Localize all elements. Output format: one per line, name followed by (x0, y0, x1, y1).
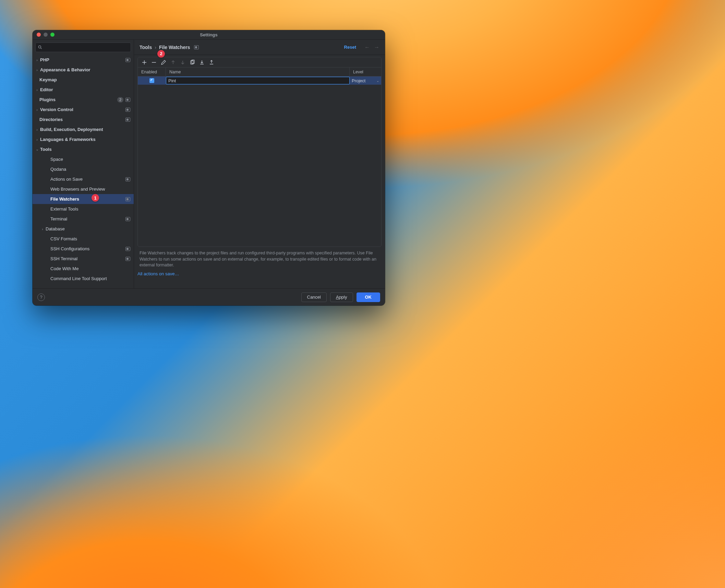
sidebar-item-ssh-configurations[interactable]: SSH Configurations (33, 244, 134, 254)
sidebar-item-command-line-tool-support[interactable]: Command Line Tool Support (33, 274, 134, 284)
project-scope-icon (125, 108, 130, 112)
export-button[interactable] (207, 58, 216, 67)
sidebar-item-label: External Tools (50, 206, 130, 212)
move-down-button (178, 58, 187, 67)
sidebar-item-label: Tools (40, 147, 130, 152)
sidebar-item-actions-on-save[interactable]: Actions on Save (33, 174, 134, 184)
sidebar-item-code-with-me[interactable]: Code With Me (33, 264, 134, 274)
sidebar-item-label: Database (46, 226, 130, 231)
sidebar-item-space[interactable]: Space (33, 154, 134, 164)
project-scope-icon (125, 58, 130, 62)
sidebar-item-php[interactable]: ›PHP (33, 55, 134, 65)
level-value: Project (352, 78, 365, 83)
remove-button[interactable] (149, 58, 158, 67)
ok-button[interactable]: OK (357, 292, 380, 302)
settings-main: Tools › File Watchers 2 Reset ← → (134, 40, 385, 288)
sidebar-search-wrap (33, 40, 134, 54)
sidebar-item-external-tools[interactable]: External Tools (33, 204, 134, 214)
breadcrumb-parent[interactable]: Tools (140, 45, 152, 50)
sidebar-item-languages-frameworks[interactable]: ›Languages & Frameworks (33, 134, 134, 144)
settings-tree: ›PHP›Appearance & BehaviorKeymap›EditorP… (33, 54, 134, 288)
back-icon[interactable]: ← (364, 44, 370, 50)
chevron-icon: › (34, 137, 40, 142)
sidebar-item-label: Editor (40, 87, 130, 92)
sidebar-item-keymap[interactable]: Keymap (33, 75, 134, 85)
sidebar-item-label: Code With Me (50, 266, 130, 271)
sidebar-item-build-execution-deployment[interactable]: ›Build, Execution, Deployment (33, 124, 134, 134)
sidebar-item-label: SSH Configurations (50, 246, 123, 251)
column-name[interactable]: Name (166, 68, 350, 76)
column-enabled[interactable]: Enabled (138, 68, 166, 76)
sidebar-item-database[interactable]: ›Database (33, 224, 134, 234)
sidebar-item-plugins[interactable]: Plugins2 (33, 95, 134, 105)
sidebar-item-label: Build, Execution, Deployment (40, 127, 130, 132)
chevron-icon: › (34, 128, 40, 132)
sidebar-item-file-watchers[interactable]: File Watchers (33, 194, 134, 204)
annotation-callout-1: 1 (92, 194, 99, 202)
close-window-button[interactable] (37, 33, 41, 37)
header-nav: ← → (364, 44, 379, 50)
copy-button[interactable] (188, 58, 197, 67)
arrow-up-icon (170, 60, 176, 65)
project-scope-icon (125, 217, 130, 221)
window-titlebar: Settings (33, 30, 385, 40)
reset-button[interactable]: Reset (344, 45, 356, 50)
project-scope-icon (125, 247, 130, 251)
sidebar-item-editor[interactable]: ›Editor (33, 85, 134, 95)
level-cell[interactable]: Project⌄ (350, 76, 381, 85)
chevron-icon: › (34, 88, 40, 92)
breadcrumb-sep-icon: › (155, 45, 156, 50)
sidebar-item-terminal[interactable]: Terminal (33, 214, 134, 224)
watcher-name-input[interactable] (166, 77, 350, 84)
enabled-cell[interactable] (138, 76, 166, 85)
chevron-icon: › (34, 68, 40, 72)
update-count-badge: 2 (117, 97, 123, 103)
actions-on-save-link[interactable]: All actions on save… (137, 271, 382, 276)
import-button[interactable] (197, 58, 206, 67)
help-button[interactable]: ? (37, 293, 45, 301)
add-button[interactable] (140, 58, 149, 67)
forward-icon[interactable]: → (374, 44, 379, 50)
apply-button[interactable]: Apply (330, 292, 353, 302)
column-level[interactable]: Level (350, 68, 381, 76)
window-title: Settings (200, 32, 217, 37)
sidebar-item-tools[interactable]: ⌄Tools (33, 144, 134, 154)
file-watchers-toolbar (138, 57, 381, 68)
description-text: File Watchers track changes to the proje… (137, 247, 382, 270)
table-body: Project⌄ (138, 76, 381, 247)
sidebar-item-csv-formats[interactable]: CSV Formats (33, 234, 134, 244)
window-body: ›PHP›Appearance & BehaviorKeymap›EditorP… (33, 40, 385, 288)
annotation-callout-2: 2 (157, 50, 165, 58)
sidebar-item-label: Space (50, 157, 130, 162)
sidebar-item-label: Command Line Tool Support (50, 276, 130, 281)
sidebar-item-label: PHP (40, 57, 123, 62)
sidebar-item-label: File Watchers (50, 196, 123, 202)
sidebar-item-directories[interactable]: Directories (33, 115, 134, 124)
chevron-icon: › (39, 227, 46, 231)
edit-button[interactable] (159, 58, 168, 67)
project-scope-icon (194, 45, 199, 49)
project-scope-icon (125, 177, 130, 181)
table-row[interactable]: Project⌄ (138, 76, 381, 85)
chevron-icon: › (34, 58, 40, 62)
arrow-down-icon (180, 60, 185, 65)
file-watchers-panel: Enabled Name Level Project⌄ (137, 57, 382, 247)
maximize-window-button[interactable] (50, 33, 55, 37)
sidebar-item-appearance-behavior[interactable]: ›Appearance & Behavior (33, 65, 134, 75)
cancel-button[interactable]: Cancel (301, 292, 327, 302)
dialog-footer: ? Cancel Apply OK (33, 288, 385, 305)
chevron-icon: ⌄ (34, 147, 40, 152)
chevron-down-icon: ⌄ (376, 79, 379, 83)
checkbox-icon[interactable] (149, 78, 154, 83)
sidebar-item-ssh-terminal[interactable]: SSH Terminal (33, 254, 134, 264)
sidebar-item-web-browsers-and-preview[interactable]: Web Browsers and Preview (33, 184, 134, 194)
sidebar-item-version-control[interactable]: ›Version Control (33, 105, 134, 115)
settings-search-input[interactable] (35, 43, 131, 52)
minimize-window-button[interactable] (44, 33, 48, 37)
sidebar-item-qodana[interactable]: Qodana (33, 164, 134, 174)
chevron-icon: › (34, 108, 40, 112)
table-header: Enabled Name Level (138, 68, 381, 76)
minus-icon (151, 60, 157, 65)
import-icon (199, 60, 205, 65)
sidebar-item-label: Directories (39, 117, 123, 122)
